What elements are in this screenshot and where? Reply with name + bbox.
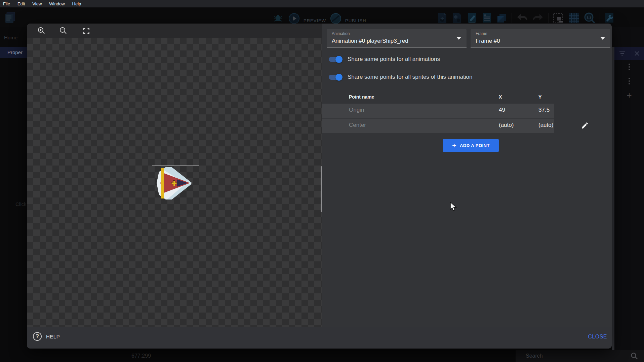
menu-help[interactable]: Help [72,1,81,6]
animation-select[interactable]: Animation Animation #0 playerShip3_red [327,29,467,47]
plus-icon: + [627,90,632,101]
cursor-coordinates: 677;299 [131,353,151,359]
add-a-point-label: ADD A POINT [460,143,490,148]
help-button[interactable]: ? HELP [33,332,60,341]
scene-toolbar-icons: 1:1 [437,12,615,24]
project-manager-icon[interactable] [5,11,16,24]
search-icon [631,352,638,360]
zoom-out-button[interactable] [57,25,69,37]
animation-select-value: Animation #0 playerShip3_red [332,38,408,44]
frame-select-label: Frame [476,31,487,36]
chevron-down-icon [600,37,605,40]
point-y-field[interactable]: (auto) [538,122,565,130]
add-object-icon[interactable] [437,12,448,24]
kebab-menu-icon[interactable] [629,78,630,79]
toolbar-divider [600,13,600,23]
toolbar-divider [548,13,549,23]
objects-group-icon[interactable] [452,12,462,24]
canvas-toolbar [27,24,322,38]
share-points-all-animations-row: Share same points for all animations [329,56,440,63]
mouse-cursor [450,202,458,213]
menu-window[interactable]: Window [49,1,65,6]
object-row[interactable] [614,60,644,74]
column-point-name: Point name [349,94,374,100]
points-table-header: Point name X Y [322,91,554,104]
point-name-field: Center [349,122,467,130]
zoom-out-icon [59,27,68,35]
share-points-all-animations-toggle[interactable] [329,57,341,62]
layers-icon[interactable] [496,12,508,24]
point-x-field[interactable]: (auto) [499,122,525,130]
objects-panel: + [612,27,644,350]
undo-icon[interactable] [516,13,528,24]
point-name-field: Origin [349,107,467,115]
zoom-in-icon [37,27,46,35]
dialog-footer: ? HELP CLOSE [27,327,612,349]
redo-icon[interactable] [532,13,544,24]
toolbar-divider [512,13,512,23]
edit-points-dialog: Animation Animation #0 playerShip3_red F… [27,24,612,349]
sprite-selection-box[interactable] [152,166,199,201]
filter-icon[interactable] [619,51,625,56]
properties-hint-text: Click [15,201,27,207]
add-object-row[interactable]: + [614,88,644,102]
toggle-label: Share same points for all sprites of thi… [348,74,472,80]
svg-text:1:1: 1:1 [587,16,591,19]
tab-home[interactable]: Home [4,35,17,40]
search-input[interactable]: Search [526,353,631,359]
toggle-label: Share same points for all animations [348,56,440,63]
sprite-canvas[interactable] [27,38,322,327]
chevron-down-icon [456,37,461,40]
close-icon[interactable] [634,51,640,56]
close-button[interactable]: CLOSE [588,334,607,340]
sprite-preview [152,166,199,201]
plus-icon: + [452,142,456,149]
point-x-field[interactable]: 49 [499,107,520,115]
grid-icon[interactable] [568,12,579,24]
add-a-point-button[interactable]: + ADD A POINT [443,139,499,152]
object-row[interactable] [614,74,644,88]
share-points-all-sprites-row: Share same points for all sprites of thi… [329,74,472,80]
zoom-in-button[interactable] [36,25,47,37]
kebab-menu-icon[interactable] [629,64,630,65]
point-y-field[interactable]: 37.5 [538,107,565,115]
fit-to-screen-icon [82,27,90,35]
point-row-center[interactable]: Center (auto) (auto) [322,118,554,133]
edit-pencil-icon [581,121,589,130]
menu-view[interactable]: View [32,1,42,6]
app-window: File Edit View Window Help [0,0,644,362]
objects-search-bar[interactable]: Search [516,350,644,362]
help-label: HELP [46,334,60,339]
menu-edit[interactable]: Edit [17,1,25,6]
points-panel: Animation Animation #0 playerShip3_red F… [322,24,612,327]
objects-panel-header [614,47,644,60]
animation-select-label: Animation [332,31,350,36]
fit-to-screen-button[interactable] [81,25,92,37]
frame-select-value: Frame #0 [476,38,500,44]
preview-button[interactable]: PREVIEW [304,18,326,23]
edit-properties-icon[interactable] [467,12,477,24]
menu-file[interactable]: File [3,1,10,6]
publish-globe-icon[interactable] [330,13,341,24]
play-icon[interactable] [288,13,300,24]
wrench-icon[interactable] [604,12,615,24]
zoom-1-1-icon[interactable]: 1:1 [583,12,596,24]
debug-icon[interactable] [273,13,283,24]
edit-center-point-button[interactable] [581,121,590,131]
menu-bar: File Edit View Window Help [0,0,644,7]
help-icon: ? [33,332,42,341]
instances-list-icon[interactable] [481,12,492,24]
panel-edge [612,47,614,350]
publish-button[interactable]: PUBLISH [345,18,366,23]
frame-select[interactable]: Frame Frame #0 [471,29,610,47]
column-y: Y [538,94,541,100]
mask-icon[interactable] [553,12,564,24]
column-x: X [499,94,502,100]
tab-properties[interactable]: Proper [0,47,27,58]
share-points-all-sprites-toggle[interactable] [329,75,341,80]
point-row-origin[interactable]: Origin 49 37.5 [322,104,554,118]
